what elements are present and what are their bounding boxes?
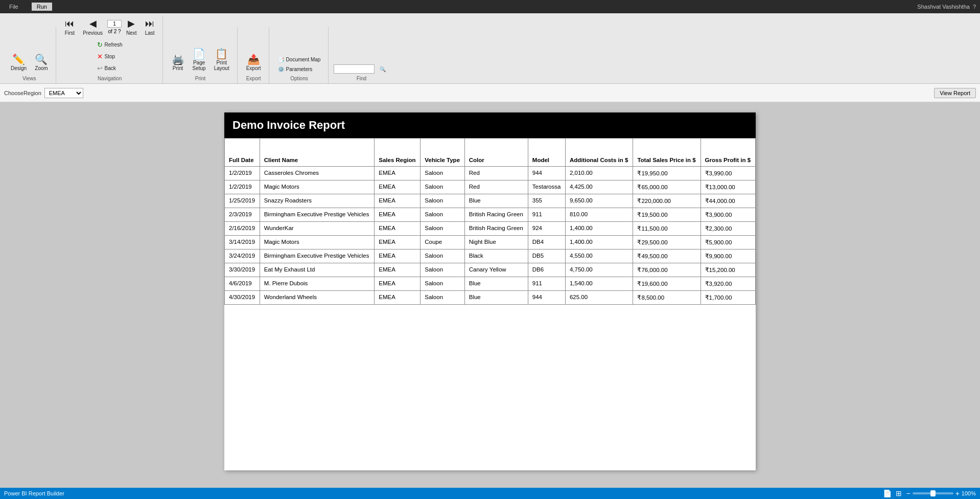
status-bar-right: 📄 ⊞ − + 100% bbox=[883, 489, 976, 497]
zoom-track[interactable] bbox=[913, 492, 953, 494]
export-button[interactable]: 📤 Export bbox=[243, 52, 265, 74]
next-button[interactable]: ▶ Next bbox=[123, 15, 141, 38]
table-cell: Snazzy Roadsters bbox=[260, 194, 375, 208]
table-cell: 4/30/2019 bbox=[225, 291, 260, 305]
table-cell: WunderKar bbox=[260, 222, 375, 236]
table-cell: 1,400.00 bbox=[565, 236, 633, 250]
print-layout-button[interactable]: 📋 PrintLayout bbox=[211, 46, 233, 74]
print-button[interactable]: 🖨️ Print bbox=[168, 52, 188, 74]
page-setup-button[interactable]: 📄 PageSetup bbox=[189, 46, 209, 74]
ribbon-group-find: 🔍 Find bbox=[330, 27, 393, 83]
zoom-button[interactable]: 🔍 Zoom bbox=[31, 52, 52, 74]
design-button[interactable]: ✏️ Design bbox=[7, 52, 30, 74]
grid-view-icon[interactable]: ⊞ bbox=[896, 489, 902, 497]
run-tab[interactable]: Run bbox=[32, 3, 52, 11]
table-cell: 3/14/2019 bbox=[225, 236, 260, 250]
document-map-button[interactable]: 📑 Document Map bbox=[274, 55, 324, 64]
col-total-sales: Total Sales Price in $ bbox=[633, 139, 701, 167]
previous-button[interactable]: ◀ Previous bbox=[79, 15, 106, 38]
navigation-group-label: Navigation bbox=[98, 76, 122, 81]
table-cell: ₹19,600.00 bbox=[633, 277, 701, 291]
table-cell: DB5 bbox=[528, 250, 565, 263]
region-select[interactable]: EMEA Americas APAC bbox=[44, 88, 83, 98]
previous-label: Previous bbox=[83, 30, 103, 36]
zoom-icon: 🔍 bbox=[35, 54, 48, 64]
table-cell: Saloon bbox=[421, 291, 465, 305]
zoom-out-button[interactable]: − bbox=[906, 489, 910, 497]
table-cell: Saloon bbox=[421, 263, 465, 277]
page-setup-icon: 📄 bbox=[193, 49, 205, 59]
refresh-stop-group: ↻ Refresh ✕ Stop ↩ Back bbox=[94, 39, 126, 74]
table-cell: ₹19,950.00 bbox=[633, 167, 701, 180]
page-view-icon[interactable]: 📄 bbox=[883, 489, 892, 497]
report-title: Demo Invoice Report bbox=[224, 112, 756, 138]
file-tab[interactable]: File bbox=[4, 3, 24, 11]
table-cell: Wonderland Wheels bbox=[260, 291, 375, 305]
col-gross-profit: Gross Profit in $ bbox=[701, 139, 755, 167]
status-bar: Power BI Report Builder 📄 ⊞ − + 100% bbox=[0, 488, 980, 499]
table-cell: Red bbox=[464, 180, 528, 194]
table-cell: ₹76,000.00 bbox=[633, 263, 701, 277]
table-cell: ₹3,920.00 bbox=[701, 277, 755, 291]
page-of-label: of 2 ? bbox=[108, 29, 121, 34]
table-cell: 944 bbox=[528, 167, 565, 180]
title-bar: File Run Shashvat Vashishtha ? bbox=[0, 0, 980, 13]
refresh-button[interactable]: ↻ Refresh bbox=[94, 39, 126, 50]
table-cell: Red bbox=[464, 167, 528, 180]
table-cell: 1/2/2019 bbox=[225, 180, 260, 194]
first-icon: ⏮ bbox=[65, 18, 74, 29]
parameters-button[interactable]: ⚙️ Parameters bbox=[274, 65, 324, 74]
view-report-button[interactable]: View Report bbox=[934, 88, 976, 98]
table-cell: Saloon bbox=[421, 222, 465, 236]
table-cell: EMEA bbox=[375, 180, 421, 194]
previous-icon: ◀ bbox=[89, 18, 97, 29]
table-cell: Canary Yellow bbox=[464, 263, 528, 277]
table-cell: 355 bbox=[528, 194, 565, 208]
print-layout-icon: 📋 bbox=[215, 49, 228, 59]
table-cell: EMEA bbox=[375, 250, 421, 263]
table-cell: ₹11,500.00 bbox=[633, 222, 701, 236]
page-number-input[interactable]: 1 bbox=[107, 20, 122, 28]
table-row: 2/3/2019Birmingham Executive Prestige Ve… bbox=[225, 208, 756, 222]
table-cell: British Racing Green bbox=[464, 208, 528, 222]
user-name: Shashvat Vashishtha bbox=[917, 4, 970, 10]
table-cell: ₹49,500.00 bbox=[633, 250, 701, 263]
table-cell: Blue bbox=[464, 194, 528, 208]
table-cell: 4,550.00 bbox=[565, 250, 633, 263]
stop-button[interactable]: ✕ Stop bbox=[94, 51, 126, 62]
table-cell: Blue bbox=[464, 277, 528, 291]
col-client-name: Client Name bbox=[260, 139, 375, 167]
table-cell: 4/6/2019 bbox=[225, 277, 260, 291]
table-row: 3/24/2019Birmingham Executive Prestige V… bbox=[225, 250, 756, 263]
print-label: Print bbox=[173, 65, 183, 71]
page-number-group: 1 of 2 ? bbox=[107, 20, 122, 34]
find-input[interactable] bbox=[334, 64, 375, 74]
zoom-in-button[interactable]: + bbox=[955, 489, 960, 497]
table-cell: 1,400.00 bbox=[565, 222, 633, 236]
table-cell: M. Pierre Dubois bbox=[260, 277, 375, 291]
table-cell: DB6 bbox=[528, 263, 565, 277]
stop-label: Stop bbox=[105, 54, 115, 59]
table-cell: Saloon bbox=[421, 167, 465, 180]
region-label: ChooseRegion bbox=[4, 90, 41, 96]
table-cell: 911 bbox=[528, 277, 565, 291]
table-cell: Black bbox=[464, 250, 528, 263]
table-cell: ₹5,900.00 bbox=[701, 236, 755, 250]
back-button[interactable]: ↩ Back bbox=[94, 63, 126, 74]
back-icon: ↩ bbox=[97, 64, 103, 72]
title-bar-tabs: File Run bbox=[4, 3, 52, 11]
first-label: First bbox=[65, 30, 75, 36]
find-button[interactable]: 🔍 bbox=[377, 65, 389, 74]
help-icon[interactable]: ? bbox=[973, 4, 976, 10]
parameters-icon: ⚙️ bbox=[278, 66, 284, 72]
options-buttons: 📑 Document Map ⚙️ Parameters bbox=[274, 55, 324, 74]
table-row: 4/6/2019M. Pierre DuboisEMEASaloonBlue91… bbox=[225, 277, 756, 291]
table-cell: ₹13,000.00 bbox=[701, 180, 755, 194]
table-cell: 1/2/2019 bbox=[225, 167, 260, 180]
params-bar: ChooseRegion EMEA Americas APAC View Rep… bbox=[0, 84, 980, 102]
table-cell: Birmingham Executive Prestige Vehicles bbox=[260, 250, 375, 263]
first-button[interactable]: ⏮ First bbox=[61, 16, 78, 38]
table-cell: ₹2,300.00 bbox=[701, 222, 755, 236]
last-button[interactable]: ⏭ Last bbox=[142, 16, 158, 38]
table-cell: Saloon bbox=[421, 277, 465, 291]
